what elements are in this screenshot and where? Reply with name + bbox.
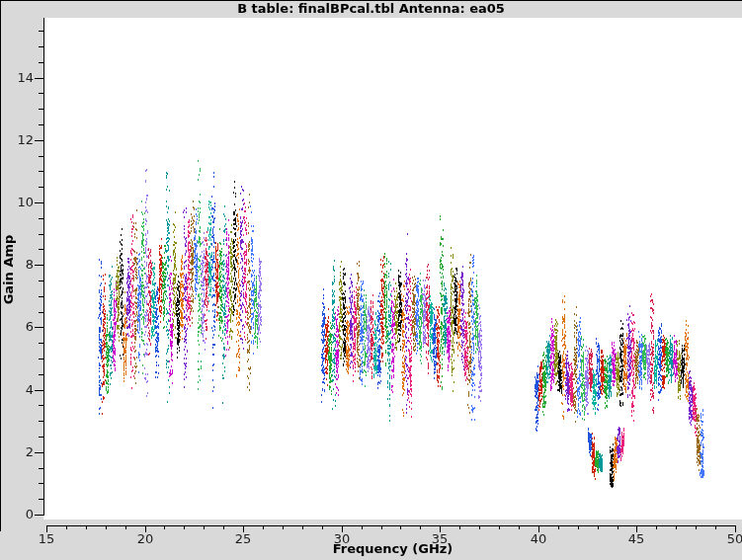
y-tick-label: 2 (0, 444, 34, 459)
x-tick-label: 25 (226, 531, 260, 546)
y-tick-label: 14 (0, 70, 34, 85)
x-tick-label: 40 (522, 531, 555, 546)
y-tick-label: 6 (0, 319, 34, 334)
x-tick-label: 30 (325, 531, 359, 546)
y-tick-label: 0 (0, 507, 34, 521)
x-tick-label: 45 (619, 531, 653, 546)
plot-canvas (0, 1, 742, 560)
plot-window: B table: finalBPcal.tbl Antenna: ea05 Ga… (0, 0, 742, 560)
x-tick-label: 50 (718, 531, 742, 546)
x-tick-label: 15 (30, 531, 63, 546)
x-tick-label: 20 (128, 531, 162, 546)
x-tick-label: 35 (423, 531, 456, 546)
y-tick-label: 4 (0, 382, 34, 397)
y-tick-label: 8 (0, 257, 34, 272)
y-tick-label: 12 (0, 132, 34, 147)
y-tick-label: 10 (0, 195, 34, 209)
plot-title: B table: finalBPcal.tbl Antenna: ea05 (0, 1, 742, 18)
